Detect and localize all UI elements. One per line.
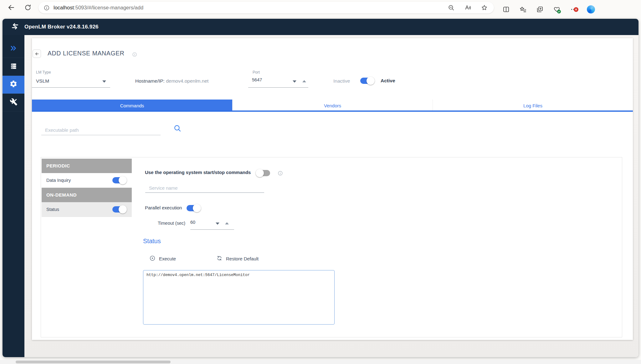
timeout-increment-icon[interactable] <box>225 222 229 224</box>
execute-button[interactable]: Execute <box>149 255 176 262</box>
command-list: PERIODIC Data Inquiry ON-DEMAND Status <box>42 159 132 217</box>
url-path: :5093/#/license-managers/add <box>74 5 143 10</box>
update-badge <box>574 7 578 12</box>
os-commands-info-icon[interactable] <box>278 171 283 177</box>
read-aloud-icon[interactable] <box>464 4 472 12</box>
restore-default-button[interactable]: Restore Default <box>216 255 259 262</box>
port-underline <box>248 87 308 88</box>
status-toggle[interactable] <box>112 206 126 213</box>
horizontal-scrollbar <box>0 360 641 364</box>
sidebar-item-license-managers[interactable] <box>3 58 24 76</box>
group-header-on-demand: ON-DEMAND <box>42 188 132 202</box>
os-commands-toggle[interactable] <box>256 170 270 176</box>
toggle-knob <box>367 77 375 85</box>
timeout-decrement-icon[interactable] <box>216 223 219 225</box>
tools-icon <box>10 98 18 107</box>
os-commands-label: Use the operating system start/stop comm… <box>145 170 251 175</box>
favorites-list-icon[interactable] <box>519 6 527 13</box>
refresh-icon <box>216 255 223 262</box>
executable-path-field <box>41 123 161 135</box>
url-host: localhost <box>54 5 74 10</box>
browser-toolbar: localhost:5093/#/license-managers/add <box>0 0 641 19</box>
service-name-input[interactable] <box>145 179 264 192</box>
main-content: ADD LICENSE MANAGER LM Type VSLM Hostnam… <box>24 35 638 357</box>
toggle-knob <box>119 176 127 184</box>
browser-essentials-icon[interactable] <box>553 6 561 13</box>
page-title: ADD LICENSE MANAGER <box>48 50 124 57</box>
collections-icon[interactable] <box>536 6 544 13</box>
title-info-icon[interactable] <box>132 52 137 58</box>
play-circle-icon <box>149 255 156 262</box>
command-row-status[interactable]: Status <box>42 202 132 217</box>
site-info-icon[interactable] <box>44 5 50 11</box>
hostname-label: Hostname/IP: <box>135 78 165 84</box>
tab-vendors[interactable]: Vendors <box>232 100 433 110</box>
inactive-label: Inactive <box>333 78 350 84</box>
timeout-underline <box>190 229 234 230</box>
lm-type-value[interactable]: VSLM <box>36 78 49 84</box>
zoom-out-icon[interactable] <box>448 4 455 12</box>
browser-actions <box>502 0 595 19</box>
timeout-input[interactable] <box>190 220 212 225</box>
port-decrement-icon[interactable] <box>293 80 296 83</box>
lm-type-underline <box>32 87 110 88</box>
toggle-knob <box>256 169 264 177</box>
command-url-textarea[interactable]: http://demov4.openlm.net:5647/LicenseMon… <box>143 270 335 325</box>
sidebar-item-settings[interactable] <box>3 76 24 94</box>
command-row-label: Status <box>46 207 59 212</box>
lm-type-label: LM Type <box>36 70 51 74</box>
app-header: OpenLM Broker v24.8.16.926 <box>3 19 638 35</box>
scrollbar-thumb[interactable] <box>16 361 171 363</box>
group-header-periodic: PERIODIC <box>42 159 132 173</box>
tab-strip: Commands Vendors Log Files <box>32 100 633 112</box>
search-icon[interactable] <box>173 124 182 134</box>
command-row-data-inquiry[interactable]: Data Inquiry <box>42 173 132 188</box>
service-name-field <box>145 179 264 193</box>
openlm-logo-icon <box>11 22 19 32</box>
hostname-field: Hostname/IP: demov4.openlm.net <box>135 78 208 84</box>
parallel-execution-label: Parallel execution <box>145 205 182 210</box>
toggle-knob <box>193 204 201 212</box>
hostname-value: demov4.openlm.net <box>165 78 208 84</box>
address-bar[interactable]: localhost:5093/#/license-managers/add <box>38 2 494 13</box>
browser-back-icon[interactable] <box>8 4 15 11</box>
timeout-label: Timeout (sec) <box>158 221 185 226</box>
port-label: Port <box>253 70 260 74</box>
tab-commands[interactable]: Commands <box>32 100 232 110</box>
essentials-check-badge <box>557 10 561 13</box>
double-chevron-right-icon <box>9 44 18 54</box>
browser-refresh-icon[interactable] <box>24 4 32 11</box>
back-button[interactable] <box>33 49 41 58</box>
sidebar <box>3 35 24 357</box>
port-increment-icon[interactable] <box>302 80 306 82</box>
port-input[interactable] <box>252 77 280 82</box>
sidebar-item-tools[interactable] <box>3 94 24 111</box>
active-label: Active <box>381 78 395 84</box>
executable-path-input[interactable] <box>41 123 161 135</box>
browser-menu-icon[interactable] <box>570 6 577 13</box>
active-toggle[interactable] <box>360 78 374 84</box>
app-title: OpenLM Broker v24.8.16.926 <box>24 24 99 30</box>
sidebar-expand-button[interactable] <box>3 40 24 58</box>
favorite-star-icon[interactable] <box>481 4 488 12</box>
execute-label: Execute <box>159 256 176 261</box>
restore-default-label: Restore Default <box>226 256 259 261</box>
gear-icon <box>9 80 18 89</box>
copilot-icon[interactable] <box>587 5 595 13</box>
tab-log-files[interactable]: Log Files <box>433 100 633 110</box>
lm-type-dropdown-icon[interactable] <box>102 80 106 83</box>
add-license-manager-card: ADD LICENSE MANAGER LM Type VSLM Hostnam… <box>32 38 633 340</box>
command-section-title: Status <box>143 238 161 245</box>
parallel-execution-toggle[interactable] <box>187 205 200 211</box>
data-inquiry-toggle[interactable] <box>112 177 126 183</box>
command-row-label: Data Inquiry <box>46 178 71 183</box>
commands-panel: PERIODIC Data Inquiry ON-DEMAND Status U… <box>41 157 622 337</box>
server-stack-icon <box>10 62 18 71</box>
toggle-knob <box>119 205 127 213</box>
split-screen-icon[interactable] <box>502 6 510 13</box>
app-window: OpenLM Broker v24.8.16.926 <box>3 19 638 357</box>
screen: localhost:5093/#/license-managers/add <box>0 0 641 364</box>
url-text: localhost:5093/#/license-managers/add <box>54 5 143 11</box>
